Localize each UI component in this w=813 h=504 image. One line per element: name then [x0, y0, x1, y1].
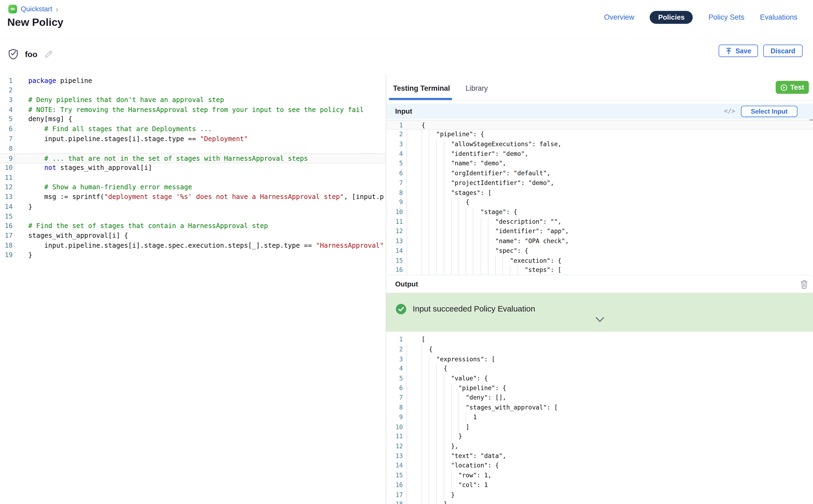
code-line[interactable]: 7 input.pipeline.stages[i].stage.type ==… — [0, 134, 386, 144]
code-text: ] — [422, 422, 470, 432]
code-line[interactable]: 3# Deny pipelines that don't have an app… — [0, 95, 386, 105]
line-number: 7 — [386, 178, 403, 188]
test-button-label: Test — [790, 83, 804, 91]
code-line[interactable]: 9 # ... that are not in the set of stage… — [0, 153, 386, 163]
page-header: ∞ Quickstart › New Policy Overview Polic… — [0, 0, 813, 39]
code-line[interactable]: 12 # Show a human-friendly error message — [0, 183, 386, 192]
select-input-button[interactable]: Select Input — [741, 106, 797, 117]
clear-output-button[interactable] — [800, 280, 808, 289]
line-number: 6 — [0, 124, 13, 134]
code-line[interactable]: 16 "col": 1 — [386, 480, 813, 490]
code-line[interactable]: 15 — [0, 212, 386, 221]
code-line[interactable]: 4 { — [386, 364, 813, 374]
code-line[interactable]: 4# NOTE: Try removing the HarnessApprova… — [0, 105, 386, 115]
code-line[interactable]: 15 "execution": { — [386, 256, 813, 265]
output-json-editor[interactable]: 1[2 {3 "expressions": [4 {5 "value": {6 … — [386, 334, 813, 504]
line-number: 5 — [386, 374, 403, 383]
code-line[interactable]: 11 — [0, 173, 386, 183]
code-line[interactable]: 13 "text": "data", — [386, 451, 813, 461]
indent-guide — [406, 480, 407, 490]
code-line[interactable]: 10 ] — [386, 422, 813, 432]
code-line[interactable]: 13 "name": "OPA check", — [386, 236, 813, 246]
discard-button[interactable]: Discard — [763, 45, 802, 57]
discard-button-label: Discard — [770, 47, 795, 55]
code-line[interactable]: 3 "allowStageExecutions": false, — [386, 139, 813, 149]
code-line[interactable]: 10 not stages_with_approval[i] — [0, 163, 386, 173]
line-number: 13 — [386, 451, 403, 461]
code-line[interactable]: 6 "orgIdentifier": "default", — [386, 169, 813, 178]
indent-guide — [406, 432, 407, 442]
code-line[interactable]: 3 "expressions": [ — [386, 354, 813, 364]
indent-guide — [406, 236, 407, 246]
code-line[interactable]: 8 "stages": [ — [386, 188, 813, 198]
code-line[interactable]: 11 "description": "", — [386, 217, 813, 227]
evaluation-success-banner: Input succeeded Policy Evaluation — [386, 293, 813, 331]
code-line[interactable]: 9 1 — [386, 412, 813, 422]
code-line[interactable]: 19} — [0, 250, 386, 260]
code-line[interactable]: 17 } — [386, 490, 813, 500]
code-line[interactable]: 5deny[msg] { — [0, 115, 386, 124]
breadcrumb-project-link[interactable]: Quickstart — [21, 5, 52, 13]
code-line[interactable]: 2 { — [386, 345, 813, 354]
code-line[interactable]: 12 "identifier": "app", — [386, 227, 813, 236]
code-line[interactable]: 6 "pipeline": { — [386, 383, 813, 393]
panel-tabs: Testing Terminal Library Test — [386, 74, 813, 100]
code-text: "steps": [ — [422, 265, 561, 275]
shield-check-icon — [8, 49, 18, 59]
edit-pencil-icon[interactable] — [44, 50, 53, 59]
code-line[interactable]: 9 { — [386, 198, 813, 207]
code-line[interactable]: 2 — [0, 86, 386, 95]
new-policy-page: ∞ Quickstart › New Policy Overview Polic… — [0, 0, 813, 504]
code-line[interactable]: 4 "identifier": "demo", — [386, 149, 813, 159]
code-line[interactable]: 10 "stage": { — [386, 207, 813, 217]
code-line[interactable]: 1package pipeline — [0, 76, 386, 86]
code-line[interactable]: 7 "projectIdentifier": "demo", — [386, 178, 813, 188]
code-line[interactable]: 1[ — [386, 335, 813, 345]
code-view-icon[interactable]: </> — [724, 107, 735, 114]
code-line[interactable]: 5 "name": "demo", — [386, 159, 813, 169]
nav-tab-policies[interactable]: Policies — [650, 11, 693, 23]
policy-code-editor[interactable]: 1package pipeline23# Deny pipelines that… — [0, 74, 386, 504]
code-line[interactable]: 16# Find the set of stages that contain … — [0, 221, 386, 231]
code-text: "stages_with_approval": [ — [422, 403, 558, 412]
code-line[interactable]: 14} — [0, 202, 386, 212]
indent-guide — [14, 173, 14, 183]
code-line[interactable]: 14 "location": { — [386, 461, 813, 471]
code-text: # NOTE: Try removing the HarnessApproval… — [28, 105, 364, 115]
code-line[interactable]: 11 } — [386, 432, 813, 442]
code-text: "pipeline": { — [422, 383, 506, 393]
code-line[interactable]: 14 "spec": { — [386, 246, 813, 256]
code-line[interactable]: 15 "row": 1, — [386, 471, 813, 480]
code-line[interactable]: 18 } — [386, 500, 813, 504]
nav-tab-policy-sets[interactable]: Policy Sets — [709, 13, 744, 21]
code-line[interactable]: 7 "deny": [], — [386, 393, 813, 403]
input-json-editor[interactable]: 1{2 "pipeline": {3 "allowStageExecutions… — [386, 119, 813, 275]
code-text: # Find the set of stages that contain a … — [28, 221, 268, 231]
chevron-down-icon[interactable] — [595, 317, 604, 322]
code-line[interactable]: 8 "stages_with_approval": [ — [386, 403, 813, 412]
tab-testing-terminal[interactable]: Testing Terminal — [393, 84, 450, 92]
active-tab-underline — [389, 98, 452, 100]
code-line[interactable]: 1{ — [386, 120, 813, 130]
code-line[interactable]: 17stages_with_approval[i] { — [0, 231, 386, 241]
indent-guide — [406, 383, 407, 393]
code-line[interactable]: 8 — [0, 144, 386, 153]
nav-tab-evaluations[interactable]: Evaluations — [760, 13, 797, 21]
tab-library[interactable]: Library — [466, 84, 488, 92]
code-line[interactable]: 2 "pipeline": { — [386, 130, 813, 139]
line-number: 5 — [386, 159, 403, 169]
test-button[interactable]: Test — [776, 81, 809, 94]
code-line[interactable]: 12 }, — [386, 442, 813, 451]
code-text: not stages_with_approval[i] — [28, 163, 152, 173]
code-text: # ... that are not in the set of stages … — [28, 154, 308, 164]
input-title: Input — [395, 104, 413, 119]
save-button[interactable]: Save — [719, 45, 758, 57]
code-line[interactable]: 6 # Find all stages that are Deployments… — [0, 124, 386, 134]
code-line[interactable]: 13 msg := sprintf("deployment stage '%s'… — [0, 192, 386, 202]
code-line[interactable]: 16 "steps": [ — [386, 265, 813, 275]
nav-tab-overview[interactable]: Overview — [604, 13, 634, 21]
indent-guide — [406, 169, 407, 178]
code-line[interactable]: 5 "value": { — [386, 374, 813, 383]
line-number: 10 — [386, 207, 403, 217]
code-line[interactable]: 18 input.pipeline.stages[i].stage.spec.e… — [0, 241, 386, 250]
